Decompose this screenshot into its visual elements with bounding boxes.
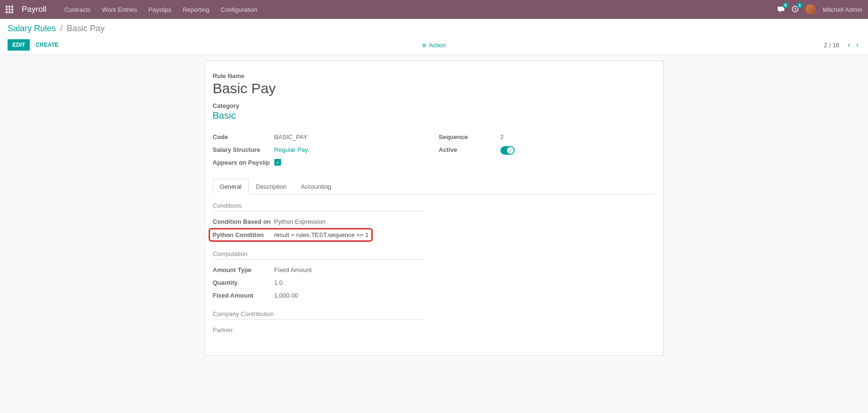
partner-label: Partner (213, 326, 274, 334)
create-button[interactable]: CREATE (30, 39, 64, 51)
nav-contracts[interactable]: Contracts (64, 6, 91, 13)
activities-icon[interactable]: 1 (791, 5, 799, 14)
section-conditions: Conditions (213, 202, 425, 211)
appears-checkbox: ✓ (274, 159, 281, 166)
amount-type-value: Fixed Amount (274, 266, 312, 273)
category-label: Category (213, 102, 656, 109)
active-label: Active (439, 146, 500, 155)
gear-icon (422, 42, 427, 49)
fixed-amount-label: Fixed Amount (213, 292, 274, 299)
app-brand[interactable]: Payroll (22, 5, 46, 14)
nav-payslips[interactable]: Payslips (149, 6, 171, 13)
rule-name-label: Rule Name (213, 72, 656, 79)
code-value: BASIC_PAY (274, 133, 307, 141)
tab-content-general: Conditions Condition Based on Python Exp… (213, 194, 656, 344)
pager-next-icon[interactable]: › (854, 41, 860, 49)
nav-configuration[interactable]: Configuration (221, 6, 257, 13)
section-computation: Computation (213, 250, 425, 260)
category-value[interactable]: Basic (213, 110, 656, 121)
salary-structure-value[interactable]: Regular Pay (274, 146, 308, 153)
pager-text[interactable]: 2 / 16 (824, 42, 840, 49)
breadcrumb-parent[interactable]: Salary Rules (8, 24, 56, 33)
highlight-python-condition: Python Condition result = rules.TEST.seq… (209, 228, 373, 242)
nav-reporting[interactable]: Reporting (183, 6, 209, 13)
condition-based-label: Condition Based on (213, 218, 274, 225)
condition-based-value: Python Expression (274, 218, 325, 225)
code-label: Code (213, 133, 274, 141)
python-condition-value: result = rules.TEST.sequence == 1 (274, 231, 369, 238)
fixed-amount-value: 1,000.00 (274, 292, 298, 299)
apps-icon[interactable] (6, 6, 13, 13)
user-name[interactable]: Mitchell Admin (823, 6, 862, 13)
active-toggle[interactable] (500, 146, 515, 155)
quantity-value: 1.0 (274, 279, 283, 286)
amount-type-label: Amount Type (213, 266, 274, 273)
user-avatar[interactable] (806, 4, 816, 15)
pager-prev-icon[interactable]: ‹ (846, 41, 852, 49)
section-company-contribution: Company Contribution (213, 310, 425, 320)
tab-description[interactable]: Description (249, 179, 294, 194)
sequence-label: Sequence (439, 133, 500, 141)
edit-button[interactable]: EDIT (8, 39, 30, 51)
action-dropdown[interactable]: Action (422, 42, 446, 49)
python-condition-label: Python Condition (213, 231, 274, 238)
activities-badge: 1 (797, 2, 803, 8)
rule-name-value: Basic Pay (213, 80, 656, 97)
messages-icon[interactable]: 5 (777, 5, 785, 14)
main-navbar: Payroll Contracts Work Entries Payslips … (0, 0, 868, 19)
control-panel: Salary Rules / Basic Pay EDIT CREATE Act… (0, 19, 868, 55)
tab-general[interactable]: General (213, 179, 249, 194)
sequence-value: 2 (500, 133, 504, 141)
messages-badge: 5 (782, 2, 789, 8)
tabs: General Description Accounting (213, 178, 656, 194)
main-area: Rule Name Basic Pay Category Basic Code … (0, 55, 868, 361)
breadcrumb-current: Basic Pay (67, 24, 105, 33)
appears-label: Appears on Payslip (213, 159, 274, 166)
salary-structure-label: Salary Structure (213, 146, 274, 153)
quantity-label: Quantity (213, 279, 274, 286)
breadcrumb: Salary Rules / Basic Pay (8, 24, 860, 34)
tab-accounting[interactable]: Accounting (294, 179, 338, 194)
nav-work-entries[interactable]: Work Entries (102, 6, 137, 13)
breadcrumb-separator: / (60, 24, 62, 33)
action-label: Action (429, 42, 446, 49)
form-sheet: Rule Name Basic Pay Category Basic Code … (205, 61, 664, 356)
